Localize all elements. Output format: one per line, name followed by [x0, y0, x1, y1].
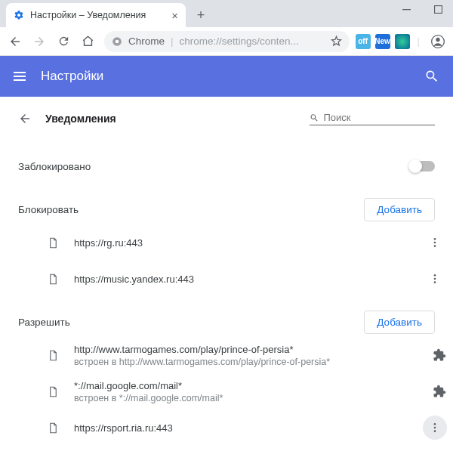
- page-content: Уведомления Заблокировано Блокировать До…: [0, 97, 453, 453]
- site-url: https://music.yandex.ru:443: [74, 274, 409, 285]
- maximize-button[interactable]: [427, 2, 448, 17]
- back-button[interactable]: [5, 31, 26, 52]
- block-list: https://rg.ru:443https://music.yandex.ru…: [0, 224, 453, 297]
- extension-icon[interactable]: [395, 34, 410, 49]
- add-allowed-button[interactable]: Добавить: [364, 311, 435, 334]
- site-row: http://www.tarmogames.com/play/prince-of…: [18, 337, 447, 373]
- search-input[interactable]: [323, 112, 435, 123]
- svg-point-8: [434, 245, 436, 247]
- extension-icon[interactable]: New: [375, 34, 390, 49]
- block-section-title: Блокировать: [18, 204, 79, 215]
- site-row: https://rg.ru:443: [18, 224, 447, 261]
- site-info: http://www.tarmogames.com/play/prince-of…: [74, 344, 418, 367]
- settings-title: Настройки: [41, 69, 424, 84]
- svg-point-6: [434, 238, 436, 240]
- more-icon[interactable]: [423, 416, 447, 440]
- extension-icon[interactable]: off: [356, 34, 371, 49]
- allow-section-title: Разрешить: [18, 317, 70, 328]
- allow-list: http://www.tarmogames.com/play/prince-of…: [0, 337, 453, 446]
- home-button[interactable]: [77, 31, 98, 52]
- block-section-header: Блокировать Добавить: [0, 184, 453, 224]
- browser-toolbar: Chrome | chrome://settings/conten... off…: [0, 27, 453, 56]
- document-icon: [45, 237, 60, 249]
- svg-point-7: [434, 242, 436, 244]
- search-icon[interactable]: [424, 69, 439, 84]
- site-info: https://music.yandex.ru:443: [74, 274, 409, 285]
- extension-icons: off New |: [356, 31, 448, 52]
- site-info: https://rg.ru:443: [74, 237, 409, 249]
- svg-point-11: [434, 281, 436, 283]
- browser-tabstrip: Настройки – Уведомления × +: [0, 0, 453, 27]
- document-icon: [45, 422, 60, 434]
- svg-rect-0: [402, 9, 411, 10]
- page-title: Уведомления: [45, 113, 116, 125]
- forward-button[interactable]: [29, 31, 50, 52]
- settings-header: Настройки: [0, 56, 453, 97]
- page-search[interactable]: [310, 112, 435, 125]
- svg-point-10: [434, 278, 436, 280]
- browser-tab[interactable]: Настройки – Уведомления ×: [6, 3, 186, 27]
- extension-icon: [432, 385, 447, 398]
- star-icon[interactable]: [331, 36, 342, 47]
- page-header: Уведомления: [0, 97, 453, 148]
- svg-rect-1: [434, 5, 442, 13]
- document-icon: [45, 274, 60, 285]
- svg-point-13: [434, 427, 436, 429]
- new-tab-button[interactable]: +: [190, 5, 211, 26]
- extension-icon: [432, 348, 447, 362]
- minimize-button[interactable]: [396, 2, 417, 17]
- blocked-toggle[interactable]: [409, 161, 435, 172]
- omnibox-prefix: Chrome: [128, 36, 165, 47]
- site-subtext: встроен в http://www.tarmogames.com/play…: [74, 357, 418, 367]
- site-url: *://mail.google.com/mail*: [74, 380, 418, 391]
- window-controls: [396, 2, 448, 17]
- more-icon[interactable]: [423, 267, 447, 291]
- address-bar[interactable]: Chrome | chrome://settings/conten...: [104, 31, 350, 52]
- blocked-label: Заблокировано: [18, 161, 409, 172]
- close-icon[interactable]: ×: [171, 10, 178, 21]
- profile-button[interactable]: [427, 31, 448, 52]
- svg-point-3: [116, 39, 119, 43]
- site-subtext: встроен в *://mail.google.com/mail*: [74, 393, 418, 403]
- chrome-icon: [112, 36, 122, 47]
- omnibox-url: chrome://settings/conten...: [180, 36, 325, 47]
- add-blocked-button[interactable]: Добавить: [364, 198, 435, 221]
- menu-icon[interactable]: [14, 72, 26, 81]
- more-icon[interactable]: [423, 230, 447, 255]
- svg-point-9: [434, 274, 436, 277]
- site-row: https://music.yandex.ru:443: [18, 261, 447, 297]
- site-url: https://rg.ru:443: [74, 237, 409, 249]
- gear-icon: [14, 10, 24, 20]
- reload-button[interactable]: [53, 31, 74, 52]
- site-url: https://rsport.ria.ru:443: [74, 422, 409, 434]
- document-icon: [45, 386, 60, 397]
- back-arrow-icon[interactable]: [18, 112, 32, 125]
- allow-section-header: Разрешить Добавить: [0, 297, 453, 337]
- site-row: *://mail.google.com/mail*встроен в *://m…: [18, 373, 447, 410]
- svg-point-12: [434, 423, 436, 425]
- site-url: http://www.tarmogames.com/play/prince-of…: [74, 344, 418, 355]
- site-row: https://rsport.ria.ru:443: [18, 410, 447, 446]
- tab-title: Настройки – Уведомления: [30, 10, 165, 20]
- site-info: *://mail.google.com/mail*встроен в *://m…: [74, 380, 418, 403]
- search-icon: [310, 113, 319, 123]
- svg-point-14: [434, 430, 436, 432]
- document-icon: [45, 350, 60, 361]
- site-info: https://rsport.ria.ru:443: [74, 422, 409, 434]
- blocked-toggle-row: Заблокировано: [18, 148, 435, 184]
- svg-point-5: [436, 37, 439, 41]
